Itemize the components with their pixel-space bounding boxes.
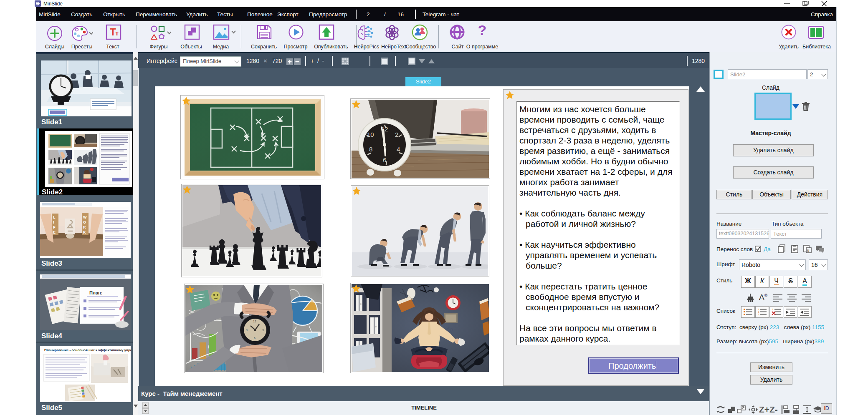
svg-text:1: 1 (772, 308, 774, 311)
svg-text:6: 6 (254, 337, 256, 340)
svg-text:План:: План: (89, 290, 102, 295)
svg-text:10: 10 (367, 131, 374, 138)
svg-text:4: 4 (397, 146, 400, 153)
svg-text:9: 9 (246, 329, 248, 332)
svg-text:2: 2 (395, 131, 398, 138)
svg-text:R: R (83, 225, 86, 229)
svg-text:I: I (53, 220, 54, 224)
svg-text:K: K (83, 230, 86, 234)
svg-text:W: W (83, 215, 87, 219)
svg-text:8: 8 (369, 146, 372, 153)
svg-text:12: 12 (253, 320, 256, 323)
svg-text:F: F (53, 225, 56, 229)
svg-text:O: O (83, 220, 86, 224)
svg-text:3: 3 (262, 329, 264, 332)
svg-text:б: б (807, 249, 809, 253)
svg-text:Планирование - основной шаг к: Планирование - основной шаг к эффективно… (44, 348, 131, 352)
svg-text:E: E (53, 230, 56, 234)
svg-text:3: 3 (758, 313, 759, 316)
svg-text:т: т (115, 29, 119, 37)
svg-text:L: L (53, 215, 56, 219)
svg-text:6: 6 (383, 156, 386, 163)
